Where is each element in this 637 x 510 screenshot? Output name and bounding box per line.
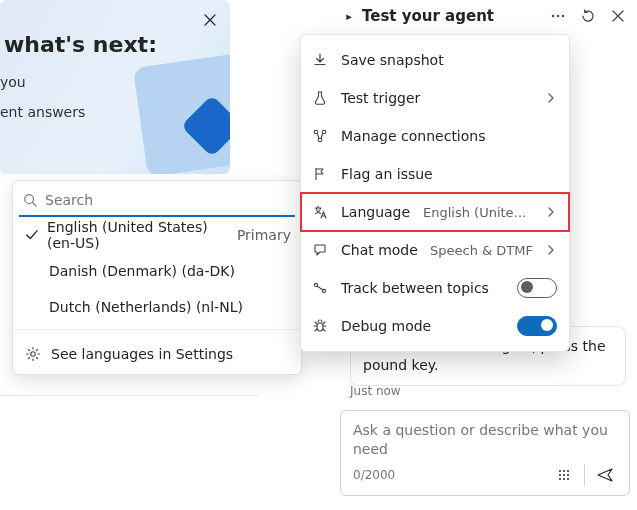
chevron-right-icon [545,244,557,256]
menu-label: Flag an issue [341,166,557,182]
svg-point-2 [552,15,554,17]
divider [584,464,585,486]
svg-point-0 [25,195,34,204]
track-icon [311,279,329,297]
menu-language[interactable]: Language English (United … [301,193,569,231]
test-panel-menu: Save snapshot Test trigger Manage connec… [300,34,570,352]
menu-value: English (United … [423,205,533,220]
menu-label: Language [341,204,411,220]
see-languages-settings[interactable]: See languages in Settings [13,334,301,374]
caret-right-icon[interactable]: ▸ [342,10,356,23]
language-option-tag: Primary [237,227,291,243]
language-option-label: English (United States) (en-US) [47,219,229,251]
menu-chat-mode[interactable]: Chat mode Speech & DTMF [301,231,569,269]
language-search-input[interactable] [45,192,291,208]
svg-point-19 [567,478,569,480]
more-icon[interactable] [546,4,570,28]
test-panel-header: ▸ Test your agent [336,0,636,32]
svg-point-13 [567,470,569,472]
close-icon[interactable] [198,8,222,32]
welcome-card: what's next: you ent answers [0,0,230,174]
svg-point-15 [563,474,565,476]
test-panel-title: Test your agent [362,7,540,25]
svg-point-4 [562,15,564,17]
menu-label: Debug mode [341,318,505,334]
welcome-line-2: ent answers [0,104,85,120]
svg-point-16 [567,474,569,476]
menu-label: Manage connections [341,128,557,144]
svg-point-6 [322,130,326,134]
welcome-line-1: you [0,74,26,90]
composer-counter: 0/2000 [353,468,550,482]
svg-point-17 [559,478,561,480]
chat-icon [311,241,329,259]
chevron-right-icon [545,92,557,104]
language-option-en-us[interactable]: English (United States) (en-US) Primary [13,217,301,253]
menu-label: Save snapshot [341,52,557,68]
see-languages-label: See languages in Settings [51,346,233,362]
flag-icon [311,165,329,183]
message-timestamp: Just now [350,384,401,398]
menu-label: Chat mode [341,242,418,258]
download-icon [311,51,329,69]
menu-save-snapshot[interactable]: Save snapshot [301,41,569,79]
svg-point-3 [557,15,559,17]
language-option-label: Dutch (Netherlands) (nl-NL) [49,299,291,315]
close-icon[interactable] [606,4,630,28]
svg-point-10 [317,323,323,331]
test-your-agent-panel: ▸ Test your agent Save snapshot Test tri… [336,0,636,510]
reload-icon[interactable] [576,4,600,28]
svg-point-9 [322,289,325,292]
svg-point-8 [314,283,317,286]
welcome-heading: what's next: [4,32,157,57]
svg-point-18 [563,478,565,480]
language-option-da-dk[interactable]: Danish (Denmark) (da-DK) [13,253,301,289]
language-option-nl-nl[interactable]: Dutch (Netherlands) (nl-NL) [13,289,301,325]
toggle-debug-mode[interactable] [517,316,557,336]
bug-icon [311,317,329,335]
menu-label: Test trigger [341,90,533,106]
language-icon [311,203,329,221]
gear-icon [25,346,41,362]
svg-point-11 [559,470,561,472]
menu-label: Track between topics [341,280,505,296]
chevron-right-icon [545,206,557,218]
menu-track-between-topics[interactable]: Track between topics [301,269,569,307]
svg-point-1 [31,352,35,356]
menu-debug-mode[interactable]: Debug mode [301,307,569,345]
menu-test-trigger[interactable]: Test trigger [301,79,569,117]
flask-icon [311,89,329,107]
language-option-label: Danish (Denmark) (da-DK) [49,263,291,279]
divider [13,329,301,330]
composer[interactable]: Ask a question or describe what you need… [340,410,630,496]
composer-placeholder: Ask a question or describe what you need [353,421,619,459]
keypad-icon[interactable] [550,461,578,489]
svg-point-5 [314,130,318,134]
divider [0,395,258,396]
svg-point-7 [318,138,322,142]
search-icon [23,193,37,207]
connections-icon [311,127,329,145]
send-icon[interactable] [591,461,619,489]
menu-manage-connections[interactable]: Manage connections [301,117,569,155]
language-search[interactable] [19,185,295,217]
svg-point-14 [559,474,561,476]
toggle-track-topics[interactable] [517,278,557,298]
menu-flag-issue[interactable]: Flag an issue [301,155,569,193]
svg-point-12 [563,470,565,472]
language-dropdown: English (United States) (en-US) Primary … [12,180,302,375]
check-icon [25,228,39,242]
menu-value: Speech & DTMF [430,243,533,258]
